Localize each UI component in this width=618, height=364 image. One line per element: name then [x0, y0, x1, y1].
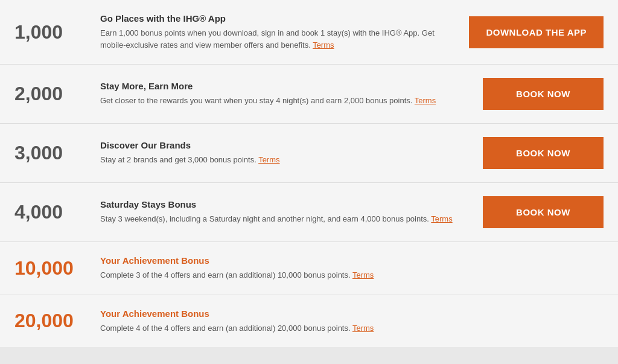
offer-desc-4: Stay 3 weekend(s), including a Saturday …	[100, 213, 464, 225]
offer-btn-2[interactable]: BOOK NOW	[483, 78, 604, 110]
offer-title-2: Stay More, Earn More	[100, 81, 464, 91]
offer-row-5: 10,000Your Achievement BonusComplete 3 o…	[0, 242, 618, 295]
offer-title-6: Your Achievement Bonus	[100, 308, 594, 319]
offer-title-3: Discover Our Brands	[100, 140, 464, 150]
offer-desc-1: Earn 1,000 bonus points when you downloa…	[100, 27, 450, 51]
offer-points-6: 20,000	[14, 310, 81, 332]
offer-content-1: Go Places with the IHG® AppEarn 1,000 bo…	[91, 13, 459, 51]
offer-desc-6: Complete 4 of the 4 offers and earn (an …	[100, 322, 594, 334]
offer-row-3: 3,000Discover Our BrandsStay at 2 brands…	[0, 124, 618, 183]
offer-points-3: 3,000	[14, 142, 81, 164]
offer-title-1: Go Places with the IHG® App	[100, 13, 450, 24]
offer-row-4: 4,000Saturday Stays BonusStay 3 weekend(…	[0, 183, 618, 242]
offer-action-4: BOOK NOW	[483, 196, 604, 228]
offer-terms-link-3[interactable]: Terms	[258, 155, 279, 164]
offer-row-6: 20,000Your Achievement BonusComplete 4 o…	[0, 295, 618, 348]
offer-action-3: BOOK NOW	[483, 137, 604, 169]
offer-points-2: 2,000	[14, 83, 81, 105]
offer-btn-3[interactable]: BOOK NOW	[483, 137, 604, 169]
offer-row-2: 2,000Stay More, Earn MoreGet closer to t…	[0, 65, 618, 124]
offers-list: 1,000Go Places with the IHG® AppEarn 1,0…	[0, 0, 618, 347]
offer-points-4: 4,000	[14, 201, 81, 223]
offer-points-1: 1,000	[14, 21, 81, 43]
offer-action-1: DOWNLOAD THE APP	[469, 16, 604, 48]
offer-content-2: Stay More, Earn MoreGet closer to the re…	[91, 81, 473, 107]
offer-points-5: 10,000	[14, 257, 81, 279]
offer-desc-2: Get closer to the rewards you want when …	[100, 95, 464, 107]
offer-btn-1[interactable]: DOWNLOAD THE APP	[469, 16, 604, 48]
offer-content-4: Saturday Stays BonusStay 3 weekend(s), i…	[91, 199, 473, 225]
offer-terms-link-5[interactable]: Terms	[352, 270, 374, 279]
offer-content-3: Discover Our BrandsStay at 2 brands and …	[91, 140, 473, 166]
offer-desc-5: Complete 3 of the 4 offers and earn (an …	[100, 269, 594, 281]
offer-btn-4[interactable]: BOOK NOW	[483, 196, 604, 228]
offer-terms-link-4[interactable]: Terms	[431, 214, 452, 223]
offer-terms-link-6[interactable]: Terms	[352, 324, 374, 333]
offer-terms-link-1[interactable]: Terms	[313, 40, 334, 49]
offer-content-5: Your Achievement BonusComplete 3 of the …	[91, 255, 604, 281]
offer-title-5: Your Achievement Bonus	[100, 255, 594, 266]
offer-terms-link-2[interactable]: Terms	[415, 96, 436, 105]
offer-desc-3: Stay at 2 brands and get 3,000 bonus poi…	[100, 154, 464, 166]
offer-content-6: Your Achievement BonusComplete 4 of the …	[91, 308, 604, 334]
offer-row-1: 1,000Go Places with the IHG® AppEarn 1,0…	[0, 0, 618, 65]
offer-action-2: BOOK NOW	[483, 78, 604, 110]
offer-title-4: Saturday Stays Bonus	[100, 199, 464, 209]
